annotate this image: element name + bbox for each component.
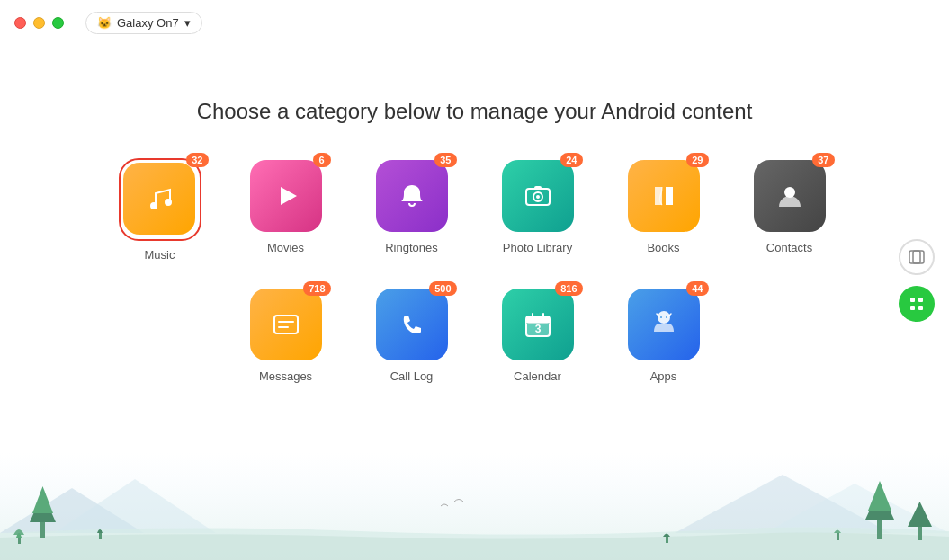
category-item-apps[interactable]: 44 Apps (619, 289, 709, 383)
apps-badge: 44 (686, 281, 708, 296)
svg-rect-29 (910, 306, 915, 310)
calllog-badge: 500 (429, 281, 456, 296)
music-badge: 32 (186, 153, 208, 167)
svg-marker-8 (281, 187, 297, 205)
books-badge: 29 (686, 153, 708, 167)
maximize-button[interactable] (52, 17, 64, 29)
svg-point-7 (165, 199, 172, 206)
movies-label: Movies (267, 241, 304, 254)
svg-rect-14 (274, 316, 298, 333)
svg-point-21 (660, 316, 662, 318)
svg-rect-26 (913, 251, 924, 263)
calllog-icon (376, 289, 448, 360)
calendar-badge: 816 (555, 281, 582, 296)
landscape-illustration (0, 452, 949, 560)
category-item-calllog[interactable]: 500 Call Log (367, 289, 457, 383)
books-label: Books (647, 241, 679, 254)
titlebar: 🐱 Galaxy On7 ▾ (0, 0, 949, 45)
svg-rect-28 (918, 298, 923, 302)
close-button[interactable] (14, 17, 26, 29)
contacts-badge: 37 (812, 153, 834, 167)
photo-label: Photo Library (503, 241, 572, 254)
category-item-movies[interactable]: 6 Movies (241, 160, 331, 262)
right-grid-button[interactable] (899, 286, 935, 322)
photo-badge: 24 (560, 153, 582, 167)
svg-rect-30 (918, 306, 923, 310)
category-row-2: 718 Messages 500 Call Log (115, 289, 835, 383)
contacts-icon (754, 160, 826, 232)
category-item-calendar[interactable]: 3 816 Calendar (493, 289, 583, 383)
category-item-messages[interactable]: 718 Messages (241, 289, 331, 383)
chevron-down-icon: ▾ (184, 16, 191, 30)
right-transfer-button[interactable] (899, 239, 935, 275)
movies-icon (250, 160, 322, 232)
books-icon (628, 160, 700, 232)
music-label: Music (145, 248, 175, 262)
svg-point-20 (658, 311, 670, 324)
category-item-music[interactable]: 32 Music (115, 160, 205, 262)
messages-badge: 718 (303, 281, 330, 296)
svg-rect-25 (909, 251, 920, 263)
svg-rect-12 (534, 186, 542, 190)
movies-badge: 6 (313, 153, 331, 167)
contacts-label: Contacts (766, 241, 812, 254)
minimize-button[interactable] (33, 17, 45, 29)
svg-rect-41 (877, 517, 882, 539)
svg-point-11 (536, 195, 540, 199)
device-selector[interactable]: 🐱 Galaxy On7 ▾ (85, 12, 202, 34)
traffic-lights (14, 17, 64, 29)
categories-grid: 32 Music 6 Movies (115, 160, 835, 383)
category-item-ringtones[interactable]: 35 Ringtones (367, 160, 457, 262)
messages-label: Messages (259, 369, 312, 383)
calendar-label: Calendar (514, 369, 561, 383)
right-sidebar (899, 239, 935, 322)
device-name: Galaxy On7 (117, 16, 179, 30)
category-item-contacts[interactable]: 37 Contacts (745, 160, 835, 262)
ringtones-badge: 35 (434, 153, 456, 167)
category-item-photo[interactable]: 24 Photo Library (493, 160, 583, 262)
messages-icon (250, 289, 322, 360)
category-row-1: 32 Music 6 Movies (115, 160, 835, 262)
category-item-books[interactable]: 29 Books (619, 160, 709, 262)
device-icon: 🐱 (97, 16, 112, 30)
svg-point-6 (150, 202, 157, 209)
apps-icon (628, 289, 700, 360)
calendar-icon: 3 (502, 289, 574, 360)
page-title: Choose a category below to manage your A… (197, 99, 753, 124)
ringtones-label: Ringtones (385, 241, 438, 254)
photo-icon (502, 160, 574, 232)
music-icon (123, 163, 195, 235)
apps-label: Apps (650, 369, 677, 383)
ringtones-icon (376, 160, 448, 232)
svg-point-22 (666, 316, 667, 318)
calllog-label: Call Log (390, 369, 434, 383)
svg-text:3: 3 (534, 323, 541, 335)
svg-rect-27 (910, 298, 915, 302)
